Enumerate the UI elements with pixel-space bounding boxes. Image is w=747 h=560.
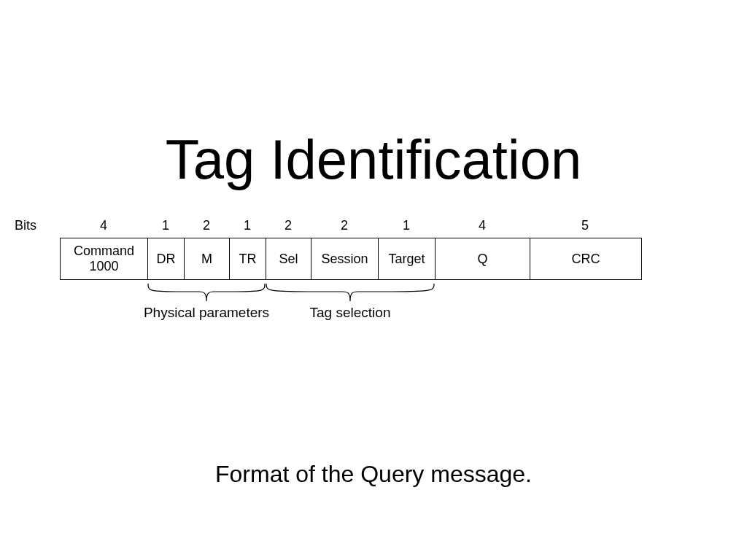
field-crc: CRC (530, 238, 641, 279)
fields-row-wrap: Command 1000 DR M TR Sel Session Target … (15, 238, 732, 280)
bits-value: 1 (147, 219, 184, 238)
bits-value: 2 (311, 219, 378, 238)
bits-value: 1 (229, 219, 266, 238)
field-q: Q (436, 238, 530, 279)
field-dr: DR (148, 238, 185, 279)
query-format-diagram: Bits 4 1 2 1 2 2 1 4 5 Command 1000 DR M… (15, 219, 732, 331)
slide: Tag Identification Bits 4 1 2 1 2 2 1 4 … (0, 0, 747, 560)
field-target: Target (379, 238, 436, 279)
bits-value: 4 (435, 219, 530, 238)
brace-tag-selection (266, 283, 435, 302)
slide-title: Tag Identification (0, 128, 747, 191)
brace-row: Physical parameters Tag selection (15, 280, 732, 331)
brace-label-tag-selection: Tag selection (287, 305, 413, 321)
bits-value: 1 (378, 219, 435, 238)
field-command: Command 1000 (61, 238, 148, 279)
field-m: M (185, 238, 230, 279)
bits-row: Bits 4 1 2 1 2 2 1 4 5 (15, 219, 732, 238)
bits-value: 4 (60, 219, 147, 238)
brace-physical (147, 283, 266, 302)
spacer (15, 238, 60, 280)
fields-row: Command 1000 DR M TR Sel Session Target … (60, 238, 642, 280)
field-sel: Sel (266, 238, 311, 279)
bits-row-label: Bits (15, 219, 60, 238)
field-tr: TR (230, 238, 266, 279)
brace-label-physical: Physical parameters (125, 305, 287, 321)
slide-caption: Format of the Query message. (0, 461, 747, 488)
field-session: Session (311, 238, 379, 279)
bits-value: 2 (266, 219, 311, 238)
bits-value: 2 (184, 219, 229, 238)
bits-value: 5 (530, 219, 640, 238)
